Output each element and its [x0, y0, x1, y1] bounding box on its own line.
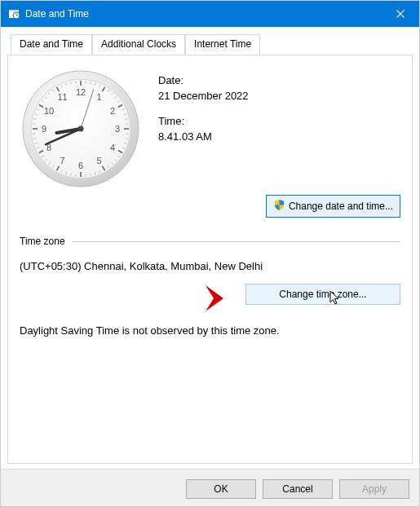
window-title: Date and Time [25, 8, 382, 20]
svg-text:10: 10 [44, 106, 54, 116]
change-date-time-button[interactable]: Change date and time... [266, 195, 400, 218]
change-timezone-label: Change time zone... [279, 289, 366, 300]
tab-additional-clocks[interactable]: Additional Clocks [92, 34, 185, 55]
svg-text:6: 6 [78, 161, 83, 170]
ok-button[interactable]: OK [186, 479, 256, 499]
svg-line-42 [71, 174, 72, 176]
svg-text:2: 2 [110, 106, 115, 116]
svg-text:11: 11 [57, 92, 67, 102]
time-label: Time: [158, 115, 249, 127]
close-icon [396, 10, 405, 18]
dst-note: Daylight Saving Time is not observed by … [20, 324, 400, 337]
svg-line-38 [91, 174, 91, 176]
svg-text:12: 12 [76, 87, 86, 97]
svg-line-12 [91, 82, 91, 84]
dialog-body: Date and Time Additional Clocks Internet… [1, 27, 419, 469]
svg-text:7: 7 [60, 156, 64, 165]
svg-line-53 [33, 139, 36, 139]
date-time-icon [7, 7, 20, 20]
cancel-button[interactable]: Cancel [263, 479, 333, 499]
svg-text:4: 4 [110, 143, 115, 152]
tabstrip: Date and Time Additional Clocks Internet… [7, 34, 413, 55]
datetime-info: Date: 21 December 2022 Time: 8.41.03 AM [158, 68, 249, 190]
section-divider [72, 241, 400, 242]
tab-internet-time[interactable]: Internet Time [185, 34, 260, 55]
time-value: 8.41.03 AM [158, 130, 249, 143]
svg-text:3: 3 [115, 124, 120, 134]
timezone-section: Time zone (UTC+05:30) Chennai, Kolkata, … [20, 236, 400, 337]
timezone-value: (UTC+05:30) Chennai, Kolkata, Mumbai, Ne… [20, 260, 400, 272]
svg-line-68 [71, 82, 72, 84]
svg-line-57 [33, 119, 36, 120]
svg-text:1: 1 [96, 92, 101, 102]
dialog-button-bar: OK Cancel Apply [1, 469, 419, 507]
svg-point-85 [78, 126, 84, 132]
svg-text:9: 9 [42, 124, 46, 134]
annotation-arrow-icon [202, 282, 232, 311]
svg-line-23 [126, 119, 128, 120]
analog-clock: 123456789101112 [20, 68, 142, 190]
shield-icon [273, 199, 285, 214]
apply-button[interactable]: Apply [339, 479, 409, 499]
change-timezone-button[interactable]: Change time zone... [245, 284, 400, 305]
svg-text:5: 5 [96, 156, 101, 165]
date-label: Date: [158, 74, 249, 86]
tab-panel-date-and-time: 123456789101112 Date: 21 December 2022 T… [7, 55, 413, 464]
titlebar: Date and Time [1, 1, 419, 27]
date-value: 21 December 2022 [158, 90, 249, 102]
close-button[interactable] [382, 1, 419, 27]
tab-date-and-time[interactable]: Date and Time [11, 34, 92, 55]
change-date-time-label: Change date and time... [289, 201, 393, 212]
svg-line-27 [126, 139, 128, 139]
timezone-section-title: Time zone [20, 236, 65, 247]
